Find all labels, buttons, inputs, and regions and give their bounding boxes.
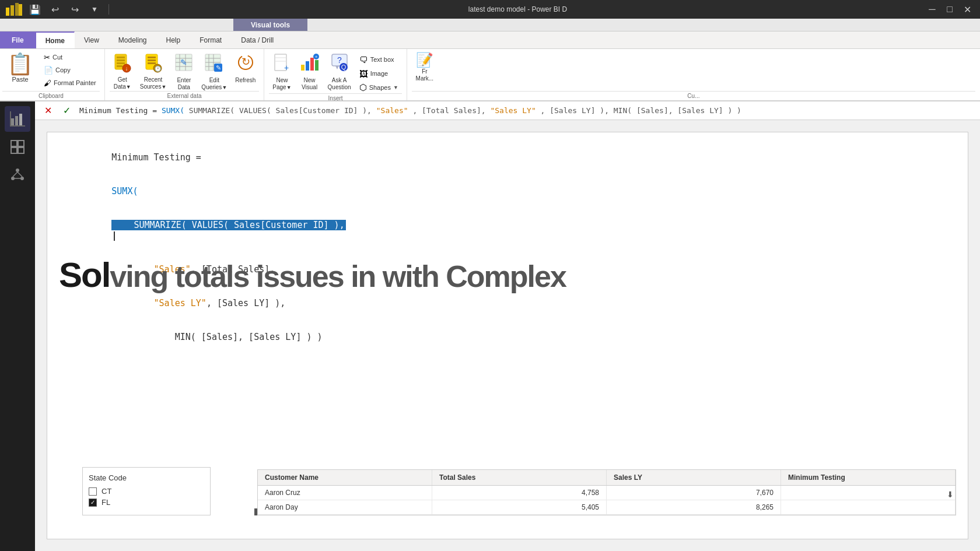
code-area: Minimum Testing = SUMX( SUMMARIZE( VALUE… xyxy=(47,132,968,364)
tab-help[interactable]: Help xyxy=(157,31,191,48)
svg-text:✎: ✎ xyxy=(180,58,187,67)
get-data-button[interactable]: ↓ GetData▼ xyxy=(110,51,135,89)
svg-rect-13 xyxy=(148,59,156,61)
shapes-button[interactable]: ⬡ Shapes ▼ xyxy=(356,82,402,93)
title-bar-icons: 💾 ↩ ↪ ▼ xyxy=(5,1,111,17)
svg-rect-6 xyxy=(117,59,125,61)
svg-rect-0 xyxy=(6,8,9,16)
clipboard-label: Clipboard xyxy=(2,91,100,99)
svg-rect-39 xyxy=(306,61,309,71)
table-row: Aaron Cruz 4,758 7,670 xyxy=(258,486,956,500)
fr-mark-button[interactable]: 📝 FrMark... xyxy=(412,51,438,89)
formula-bar: ✕ ✓ Minimum Testing = SUMX( SUMMARIZE( V… xyxy=(35,101,980,120)
svg-rect-8 xyxy=(117,65,123,67)
sidebar-item-nodes[interactable] xyxy=(5,162,30,188)
image-button[interactable]: 🖼 Image xyxy=(356,68,402,79)
checkbox-ct[interactable] xyxy=(89,487,97,496)
slicer-label-fl: FL xyxy=(102,498,110,507)
cell-sales-ly-2: 8,265 xyxy=(607,500,781,514)
svg-rect-53 xyxy=(10,125,25,127)
minimize-btn[interactable]: ─ xyxy=(924,1,940,17)
edit-queries-button[interactable]: ✎ EditQueries▼ xyxy=(198,51,230,89)
code-line-2: SUMX( xyxy=(59,176,956,207)
col-header-sales-ly: Sales LY xyxy=(607,470,781,485)
formula-confirm-button[interactable]: ✓ xyxy=(58,103,75,119)
main-area: ✕ ✓ Minimum Testing = SUMX( SUMMARIZE( V… xyxy=(0,101,980,551)
new-visual-label: NewVisual xyxy=(302,77,317,91)
tab-home[interactable]: Home xyxy=(36,31,75,48)
cu-label: Cu... xyxy=(412,91,975,99)
cut-button[interactable]: ✂ Cut xyxy=(40,51,100,63)
slide-title: Solving totals issues in with Complex xyxy=(59,255,956,295)
refresh-button[interactable]: ↻ Refresh xyxy=(232,51,259,89)
visual-tools-bar: Visual tools xyxy=(0,19,980,31)
svg-rect-2 xyxy=(15,3,19,16)
formula-cancel-button[interactable]: ✕ xyxy=(40,103,56,119)
close-btn[interactable]: ✕ xyxy=(959,1,975,17)
ask-question-icon: ? Q xyxy=(331,53,348,76)
ask-question-button[interactable]: ? Q Ask AQuestion xyxy=(324,51,355,89)
redo-icon[interactable]: ↪ xyxy=(66,1,83,17)
paste-button[interactable]: 📋 Paste xyxy=(2,51,38,89)
svg-rect-54 xyxy=(11,141,17,146)
cell-name-1: Aaron Cruz xyxy=(258,486,432,500)
svg-text:🕐: 🕐 xyxy=(154,65,161,72)
cut-icon: ✂ xyxy=(44,53,50,62)
slicer-title: State Code xyxy=(89,473,204,482)
undo-icon[interactable]: ↩ xyxy=(47,1,63,17)
dropdown-icon[interactable]: ▼ xyxy=(86,1,103,17)
ribbon-tabs: File Home View Modeling Help Format Data… xyxy=(0,31,980,49)
slicer-item-fl[interactable]: ✓ FL xyxy=(89,498,204,507)
cell-sales-ly-1: 7,670 xyxy=(607,486,781,500)
tab-format[interactable]: Format xyxy=(190,31,232,48)
save-icon[interactable]: 💾 xyxy=(27,1,43,17)
sidebar-item-chart[interactable] xyxy=(5,106,30,132)
tab-data-drill[interactable]: Data / Drill xyxy=(232,31,284,48)
slicer-item-ct[interactable]: CT xyxy=(89,487,204,496)
new-page-button[interactable]: + NewPage▼ xyxy=(269,51,295,89)
svg-rect-55 xyxy=(18,141,24,146)
table-header: Customer Name Total Sales Sales LY Minim… xyxy=(258,470,956,486)
svg-rect-40 xyxy=(310,58,314,71)
recent-sources-icon: 🕐 xyxy=(145,53,162,75)
cell-total-sales-1: 4,758 xyxy=(432,486,607,500)
table-row: Aaron Day 5,405 8,265 xyxy=(258,500,956,515)
copy-icon: 📄 xyxy=(44,66,53,75)
sidebar-item-grid[interactable] xyxy=(5,134,30,160)
clipboard-section: 📋 Paste ✂ Cut 📄 Copy 🖌 Format Pai xyxy=(0,49,105,100)
formula-input[interactable]: Minimum Testing = SUMX( SUMMARIZE( VALUE… xyxy=(79,106,975,115)
ask-question-label: Ask AQuestion xyxy=(328,77,351,91)
checkbox-fl[interactable]: ✓ xyxy=(89,499,97,507)
svg-text:↓: ↓ xyxy=(125,65,128,72)
visual-canvas[interactable]: Minimum Testing = SUMX( SUMMARIZE( VALUE… xyxy=(47,132,968,539)
text-box-button[interactable]: 🗨 Text box xyxy=(356,54,402,65)
data-table: Customer Name Total Sales Sales LY Minim… xyxy=(257,469,956,515)
svg-text:+: + xyxy=(284,63,289,72)
enter-data-button[interactable]: ✎ EnterData xyxy=(171,51,197,89)
recent-sources-button[interactable]: 🕐 RecentSources▼ xyxy=(136,51,170,89)
tab-view[interactable]: View xyxy=(75,31,109,48)
formula-bar-buttons: ✕ ✓ xyxy=(40,103,75,119)
copy-button[interactable]: 📄 Copy xyxy=(40,64,100,76)
col-header-total-sales: Total Sales xyxy=(432,470,607,485)
svg-rect-5 xyxy=(117,57,125,58)
fr-mark-label: FrMark... xyxy=(416,68,434,82)
tab-modeling[interactable]: Modeling xyxy=(109,31,157,48)
cell-name-2: Aaron Day xyxy=(258,500,432,514)
format-painter-button[interactable]: 🖌 Format Painter xyxy=(40,77,100,89)
enter-data-label: EnterData xyxy=(177,77,191,91)
maximize-btn[interactable]: □ xyxy=(942,1,958,17)
paste-icon: 📋 xyxy=(7,54,33,75)
svg-rect-41 xyxy=(315,60,318,71)
small-clipboard-btns: ✂ Cut 📄 Copy 🖌 Format Painter xyxy=(40,51,100,89)
slicer-label-ct: CT xyxy=(102,487,111,496)
code-line-1: Minimum Testing = xyxy=(59,142,956,173)
svg-rect-49 xyxy=(11,118,14,125)
svg-rect-12 xyxy=(148,57,156,58)
external-data-section: ↓ GetData▼ 🕐 RecentSourc xyxy=(105,49,265,100)
title-bar: 💾 ↩ ↪ ▼ latest demo model - Power BI D ─… xyxy=(0,0,980,19)
ribbon: 📋 Paste ✂ Cut 📄 Copy 🖌 Format Pai xyxy=(0,49,980,101)
tab-file[interactable]: File xyxy=(0,31,36,48)
new-visual-button[interactable]: + NewVisual xyxy=(296,51,323,89)
text-box-icon: 🗨 xyxy=(359,55,368,65)
